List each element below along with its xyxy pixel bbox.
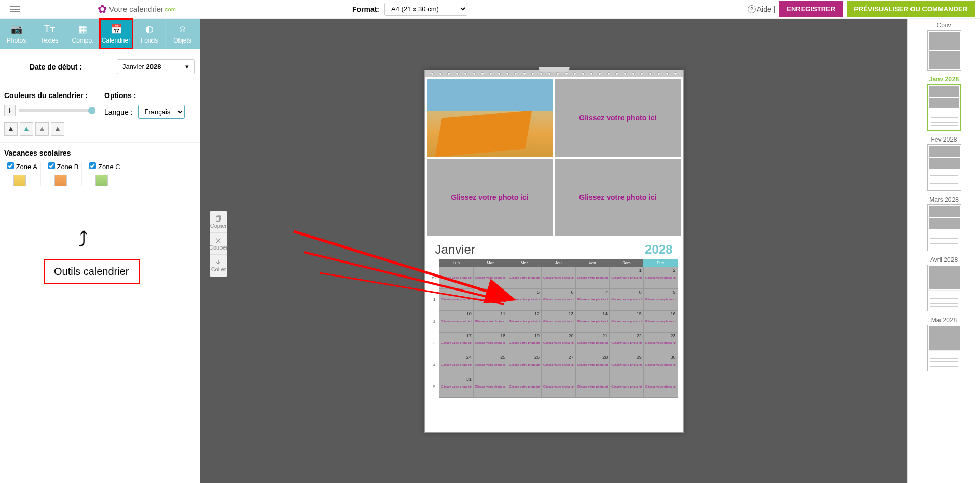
paste-button[interactable]: Coller — [210, 255, 227, 277]
cal-year: 2028 — [645, 242, 672, 257]
help-text: Aide | — [757, 5, 776, 13]
tab-fonds[interactable]: ◐Fonds — [133, 19, 166, 49]
zone-c-label: Zone C — [98, 163, 120, 171]
cut-label: Couper — [209, 244, 228, 251]
tab-label: Objets — [173, 37, 191, 44]
photo-slot-1[interactable] — [427, 79, 553, 157]
logo-text: Votre calendrier — [109, 5, 163, 13]
tab-calendrier[interactable]: 📅Calendrier — [100, 19, 133, 49]
face-icon: ☺ — [177, 24, 187, 35]
thumb-label: Fév 2028 — [910, 136, 978, 143]
format-select[interactable]: A4 (21 x 30 cm) — [384, 3, 467, 16]
help-link[interactable]: ? Aide | — [748, 5, 776, 13]
photo-slot-2[interactable]: Glissez votre photo ici — [555, 79, 681, 157]
thumb-avril-2028[interactable]: Avril 2028 — [910, 256, 978, 311]
thumb-box — [927, 144, 961, 191]
photo-slot-3[interactable]: Glissez votre photo ici — [427, 159, 553, 236]
paint-icon[interactable]: ⭳ — [4, 105, 16, 116]
thumb-mars-2028[interactable]: Mars 2028 — [910, 196, 978, 251]
tab-label: Photos — [7, 37, 26, 44]
tab-textes[interactable]: TᴛTextes — [33, 19, 66, 49]
start-month: Janvier — [122, 63, 144, 71]
calendar-grid[interactable]: LunMarMerJeuVenSamDim52Glissez votre pho… — [430, 259, 678, 398]
zone-b-icon[interactable] — [54, 175, 67, 186]
photo-slot-4[interactable]: Glissez votre photo ici — [555, 159, 681, 236]
annotation-box: Outils calendrier — [44, 259, 140, 284]
zone-a-check[interactable]: Zone A — [7, 162, 37, 171]
tab-compo[interactable]: ▦Compo. — [66, 19, 100, 49]
thumb-box — [927, 265, 961, 311]
calendar-icon: 📅 — [111, 23, 122, 35]
color-btn-2[interactable] — [20, 122, 33, 136]
color-btn-1[interactable] — [4, 122, 18, 136]
logo: ✿ Votre calendrier.com — [98, 3, 176, 16]
squiggle-arrow: ⤴ — [78, 228, 88, 252]
thumb-label: Couv — [910, 22, 978, 29]
thumb-label: Avril 2028 — [910, 256, 978, 264]
copy-button[interactable]: Copier — [210, 211, 227, 233]
cal-month: Janvier — [435, 242, 475, 257]
zone-c-check[interactable]: Zone C — [89, 162, 120, 171]
start-year: 2028 — [146, 63, 161, 71]
thumb-label: Mars 2028 — [910, 196, 978, 203]
tab-objets[interactable]: ☺Objets — [166, 19, 199, 49]
copy-label: Copier — [210, 223, 227, 229]
camera-icon: 📷 — [11, 23, 22, 35]
menu-icon[interactable] — [5, 2, 25, 17]
holidays-title: Vacances scolaires — [4, 149, 196, 157]
options-title: Options : — [104, 91, 196, 100]
thumb-label: Janv 2028 — [910, 76, 978, 83]
calendar-page[interactable]: Glissez votre photo ici Glissez votre ph… — [424, 70, 684, 433]
colors-title: Couleurs du calendrier : — [4, 91, 95, 100]
thumb-fév-2028[interactable]: Fév 2028 — [910, 136, 978, 191]
thumb-label: Mai 2028 — [910, 316, 978, 324]
zone-b-label: Zone B — [57, 163, 78, 171]
tab-photos[interactable]: 📷Photos — [0, 19, 33, 49]
zone-a-label: Zone A — [16, 163, 37, 171]
tab-label: Fonds — [141, 37, 158, 44]
text-icon: Tᴛ — [44, 23, 55, 35]
thumb-box — [927, 84, 961, 131]
thumb-mai-2028[interactable]: Mai 2028 — [910, 316, 978, 371]
floating-toolbar: Copier Couper Coller — [210, 211, 227, 277]
preview-button[interactable]: PRÉVISUALISER OU COMMANDER — [847, 1, 975, 17]
tab-label: Calendrier — [102, 37, 130, 44]
zone-a-icon[interactable] — [13, 175, 26, 186]
color-btn-4[interactable] — [51, 122, 64, 136]
color-btn-3[interactable] — [35, 122, 49, 136]
thumb-box — [927, 204, 961, 251]
start-date-select[interactable]: Janvier 2028 ▾ — [117, 59, 195, 74]
chevron-icon: ▾ — [185, 63, 189, 71]
zone-b-check[interactable]: Zone B — [48, 162, 79, 171]
thumb-box — [927, 30, 961, 71]
lang-select[interactable]: Français — [138, 105, 185, 119]
thumb-janv-2028[interactable]: Janv 2028 — [910, 76, 978, 131]
tab-label: Textes — [40, 37, 59, 44]
tab-label: Compo. — [72, 37, 93, 44]
flower-icon: ✿ — [98, 3, 107, 16]
page-thumbnails: CouvJanv 2028Fév 2028Mars 2028Avril 2028… — [907, 19, 980, 483]
layout-icon: ▦ — [78, 23, 87, 35]
thumb-box — [927, 325, 961, 371]
lang-label: Langue : — [104, 108, 133, 116]
binding — [425, 70, 683, 77]
help-icon: ? — [748, 5, 756, 13]
start-date-label: Date de début : — [5, 63, 106, 71]
format-label: Format: — [352, 5, 379, 13]
zone-c-icon[interactable] — [95, 175, 108, 186]
cut-button[interactable]: Couper — [210, 233, 227, 255]
thumb-couv[interactable]: Couv — [910, 22, 978, 71]
paste-label: Coller — [211, 266, 226, 272]
logo-suffix: .com — [163, 6, 176, 12]
save-button[interactable]: ENREGISTRER — [779, 1, 843, 17]
color-slider[interactable] — [19, 109, 95, 112]
drop-icon: ◐ — [145, 23, 154, 35]
